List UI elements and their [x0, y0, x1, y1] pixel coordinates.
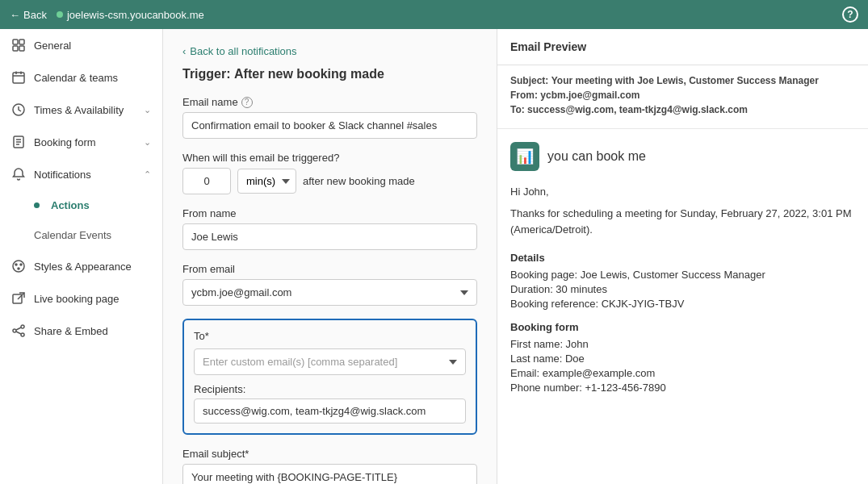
sidebar-item-times[interactable]: Times & Availability ⌄ — [0, 94, 162, 126]
preview-meta: Subject: Your meeting with Joe Lewis, Cu… — [497, 65, 868, 129]
main-content: ‹ Back to all notifications Trigger: Aft… — [163, 29, 497, 484]
svg-rect-2 — [13, 46, 18, 51]
sidebar-item-calendar-teams[interactable]: Calendar & teams — [0, 61, 162, 94]
sidebar-item-calendar-events[interactable]: Calendar Events — [0, 220, 162, 250]
from-email-select[interactable]: ycbm.joe@gmail.com — [182, 279, 477, 306]
from-email-select-wrap: ycbm.joe@gmail.com — [182, 279, 477, 306]
to-select-wrap: Enter custom email(s) [comma separated] — [194, 348, 466, 375]
svg-point-16 — [18, 268, 19, 269]
calendar-icon — [11, 70, 26, 85]
sidebar-item-styles[interactable]: Styles & Appearance — [0, 250, 162, 282]
sidebar-item-label: Actions — [51, 199, 90, 211]
bell-icon — [11, 167, 26, 182]
to-custom-email-select[interactable]: Enter custom email(s) [comma separated] — [194, 348, 466, 375]
from-email-label: From email — [182, 263, 477, 275]
sidebar-item-booking-form[interactable]: Booking form ⌄ — [0, 126, 162, 158]
preview-greeting: Hi John, — [510, 186, 855, 198]
sidebar-item-label: Notifications — [34, 169, 91, 181]
preview-brand: 📊 you can book me — [510, 142, 855, 171]
sidebar-item-label: Styles & Appearance — [34, 261, 132, 273]
preview-body-text: Thanks for scheduling a meeting for Sund… — [510, 206, 855, 237]
from-name-input[interactable] — [182, 223, 477, 250]
trigger-title: Trigger: After new booking made — [182, 67, 477, 81]
back-label: Back — [23, 9, 47, 21]
email-name-help-icon[interactable]: ? — [241, 97, 253, 108]
sidebar-item-label: Share & Embed — [34, 325, 108, 337]
svg-point-13 — [13, 261, 24, 272]
subject-label: Subject: — [510, 75, 548, 86]
svg-rect-1 — [19, 40, 24, 44]
app-layout: General Calendar & teams Times & Avai — [0, 29, 868, 484]
from-value: ycbm.joe@gmail.com — [540, 90, 639, 101]
sidebar-item-label: General — [34, 40, 71, 52]
preview-reference: Booking reference: CKJK-JYIG-TBJV — [510, 298, 855, 310]
trigger-delay-input[interactable] — [182, 168, 231, 194]
palette-icon — [11, 259, 26, 273]
trigger-row: min(s) after new booking made — [182, 168, 477, 194]
svg-line-18 — [18, 293, 24, 299]
from-name-label: From name — [182, 207, 477, 219]
grid-icon — [11, 38, 26, 52]
preview-details-title: Details — [510, 252, 855, 264]
recipients-input[interactable] — [194, 398, 466, 424]
brand-logo: 📊 — [510, 142, 539, 171]
svg-point-20 — [13, 329, 16, 332]
svg-point-21 — [21, 333, 24, 336]
preview-bf-phone: Phone number: +1-123-456-7890 — [510, 382, 855, 394]
svg-point-14 — [15, 264, 17, 265]
external-icon — [11, 291, 26, 306]
back-to-notifications-link[interactable]: ‹ Back to all notifications — [182, 45, 477, 57]
sidebar-item-share-embed[interactable]: Share & Embed — [0, 315, 162, 347]
sidebar-item-label: Calendar & teams — [34, 72, 118, 84]
svg-point-15 — [20, 264, 22, 265]
preview-bf-first-name: First name: John — [510, 338, 855, 350]
sidebar-item-live-booking[interactable]: Live booking page — [0, 282, 162, 315]
svg-line-23 — [16, 332, 21, 334]
svg-rect-4 — [13, 73, 24, 83]
status-dot — [57, 11, 63, 18]
back-button[interactable]: ← Back — [10, 9, 47, 21]
back-link-label: Back to all notifications — [190, 45, 296, 57]
email-name-input[interactable] — [182, 112, 477, 139]
sidebar-item-notifications[interactable]: Notifications ⌃ — [0, 158, 162, 190]
trigger-prefix: Trigger: — [182, 67, 231, 81]
from-email-group: From email ycbm.joe@gmail.com — [182, 263, 477, 306]
preview-duration: Duration: 30 minutes — [510, 283, 855, 295]
preview-header: Email Preview — [497, 29, 868, 65]
help-button[interactable]: ? — [842, 6, 858, 23]
active-dot — [34, 202, 40, 208]
email-subject-input[interactable] — [182, 464, 477, 484]
from-label: From: — [510, 90, 538, 101]
to-box: To* Enter custom email(s) [comma separat… — [182, 319, 477, 435]
back-arrow-icon: ← — [10, 9, 20, 21]
recipients-label: Recipients: — [194, 383, 466, 395]
svg-rect-0 — [13, 40, 18, 44]
sidebar-item-general[interactable]: General — [0, 29, 162, 61]
email-subject-label: Email subject* — [182, 448, 477, 460]
svg-rect-3 — [19, 46, 24, 51]
trigger-unit-select[interactable]: min(s) — [237, 169, 296, 194]
domain-text: joelewis-csm.youcanbook.me — [67, 9, 204, 21]
email-name-group: Email name ? — [182, 96, 477, 139]
email-preview-panel: Email Preview Subject: Your meeting with… — [497, 29, 868, 484]
brand-name: you can book me — [547, 149, 646, 164]
domain-display: joelewis-csm.youcanbook.me — [57, 9, 204, 21]
svg-point-19 — [21, 325, 24, 328]
preview-subject-row: Subject: Your meeting with Joe Lewis, Cu… — [510, 75, 855, 86]
share-icon — [11, 323, 26, 338]
trigger-after-text: after new booking made — [303, 175, 415, 187]
email-name-label: Email name ? — [182, 96, 477, 108]
sidebar-item-label: Times & Availability — [34, 104, 124, 116]
preview-to-row: To: success@wig.com, team-tkjzg4@wig.sla… — [510, 104, 855, 115]
preview-booking-page: Booking page: Joe Lewis, Customer Succes… — [510, 269, 855, 281]
sidebar: General Calendar & teams Times & Avai — [0, 29, 163, 484]
email-subject-group: Email subject* — [182, 448, 477, 484]
subject-value: Your meeting with Joe Lewis, Customer Su… — [551, 75, 819, 86]
chevron-down-icon: ⌄ — [144, 137, 151, 148]
form-icon — [11, 135, 26, 149]
sidebar-item-actions[interactable]: Actions — [0, 190, 162, 220]
topbar: ← Back joelewis-csm.youcanbook.me ? — [0, 0, 868, 29]
to-value: success@wig.com, team-tkjzg4@wig.slack.c… — [527, 104, 748, 115]
from-name-group: From name — [182, 207, 477, 250]
when-triggered-group: When will this email be triggered? min(s… — [182, 152, 477, 194]
